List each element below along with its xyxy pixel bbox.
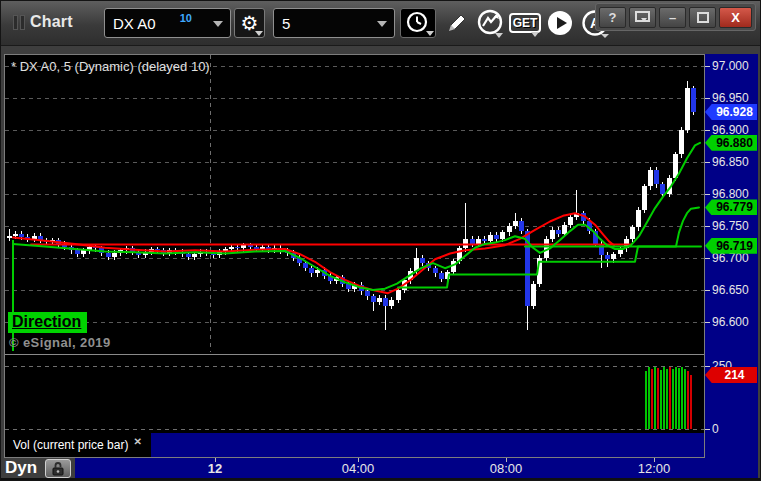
price-pane[interactable]: * DX A0, 5 (Dynamic) (delayed 10) Direct… (5, 55, 704, 352)
chart-frame: * DX A0, 5 (Dynamic) (delayed 10) Direct… (4, 54, 705, 458)
symbol-combo[interactable]: DX A0 10 (104, 8, 231, 38)
price-axis[interactable]: 97.00096.95096.90096.85096.80096.75096.7… (705, 54, 758, 458)
studies-button[interactable] (475, 8, 507, 38)
time-template-button[interactable] (400, 8, 436, 38)
window-title: Chart (13, 13, 73, 31)
y-axis-tick-label: 96.650 (712, 283, 749, 297)
symbol-delay-superscript: 10 (180, 12, 192, 24)
y-axis-tick-mark (705, 226, 710, 227)
x-axis-tick-label: 12 (208, 461, 222, 476)
close-icon: X (731, 10, 740, 25)
get-icon: GET (509, 13, 542, 33)
volume-axis-tick-mark (705, 366, 710, 367)
study-tab-zone: Vol (current price bar) ✕ (5, 433, 151, 457)
draw-tool-button[interactable] (442, 8, 472, 38)
y-axis-tick-mark (705, 98, 710, 99)
y-axis-tick-label: 96.600 (712, 315, 749, 329)
settings-button[interactable]: ⚙ (234, 8, 265, 38)
chevron-down-icon (426, 31, 434, 36)
y-axis-tick-mark (705, 322, 710, 323)
chart-footer-strip: Vol (current price bar) ✕ (5, 433, 704, 457)
popout-button[interactable] (629, 7, 656, 28)
volume-study-tab[interactable]: Vol (current price bar) (5, 438, 128, 452)
interval-combo[interactable]: 5 (273, 8, 395, 38)
get-button[interactable]: GET (510, 8, 540, 38)
window-controls: ? – X (595, 3, 756, 31)
popout-icon (635, 11, 650, 24)
volume-axis-tick-mark (705, 429, 710, 430)
y-axis-tick-mark (705, 66, 710, 67)
question-mark-icon: ? (609, 10, 617, 25)
volume-axis-tick-label: 0 (712, 422, 719, 436)
price-badge: 96.779 (705, 199, 757, 215)
chevron-down-icon (377, 21, 387, 27)
window-title-text: Chart (30, 13, 73, 31)
chart-window-icon (13, 15, 25, 30)
y-axis-tick-label: 96.850 (712, 155, 749, 169)
interval-value: 5 (282, 15, 290, 32)
time-axis[interactable]: 1204:0008:0012:00 (75, 458, 758, 478)
chevron-down-icon (213, 21, 223, 27)
lock-button[interactable] (45, 459, 71, 478)
dyn-mode-label: Dyn (5, 458, 37, 478)
y-axis-tick-label: 96.800 (712, 187, 749, 201)
minimize-icon: – (669, 10, 676, 25)
play-button[interactable] (544, 8, 576, 38)
help-button[interactable]: ? (599, 7, 626, 28)
play-icon (545, 8, 575, 38)
padlock-icon (51, 461, 65, 476)
maximize-icon (697, 12, 709, 23)
chevron-down-icon (531, 32, 539, 37)
x-axis-tick-label: 12:00 (638, 461, 671, 476)
esignal-watermark: © eSignal, 2019 (9, 335, 111, 350)
y-axis-tick-mark (705, 290, 710, 291)
candlestick-chart (5, 55, 704, 352)
y-axis-tick-label: 96.950 (712, 91, 749, 105)
volume-chart (5, 355, 704, 433)
y-axis-tick-mark (705, 258, 710, 259)
y-axis-tick-mark (705, 162, 710, 163)
volume-badge: 214 (705, 367, 757, 383)
symbol-value: DX A0 (113, 15, 156, 32)
x-axis-tick-label: 08:00 (490, 461, 523, 476)
chevron-down-icon (255, 31, 263, 36)
pencil-icon (444, 10, 470, 36)
maximize-button[interactable] (689, 7, 716, 28)
price-badge: 96.719 (705, 238, 757, 254)
close-study-icon[interactable]: ✕ (133, 436, 141, 447)
minimize-button[interactable]: – (659, 7, 686, 28)
y-axis-tick-label: 96.750 (712, 219, 749, 233)
direction-indicator-label: Direction (8, 312, 87, 333)
close-button[interactable]: X (719, 7, 752, 28)
chart-symbol-label: * DX A0, 5 (Dynamic) (delayed 10) (11, 59, 210, 74)
zigzag-chart-icon (476, 8, 506, 38)
y-axis-tick-label: 97.000 (712, 59, 749, 73)
title-bar: Chart DX A0 10 ⚙ 5 (1, 1, 761, 46)
price-badge: 96.928 (705, 104, 757, 120)
chart-window: Chart DX A0 10 ⚙ 5 (0, 0, 761, 481)
price-badge: 96.880 (705, 135, 757, 151)
volume-pane[interactable] (5, 355, 704, 433)
y-axis-tick-mark (705, 194, 710, 195)
x-axis-tick-label: 04:00 (342, 461, 375, 476)
y-axis-tick-mark (705, 130, 710, 131)
